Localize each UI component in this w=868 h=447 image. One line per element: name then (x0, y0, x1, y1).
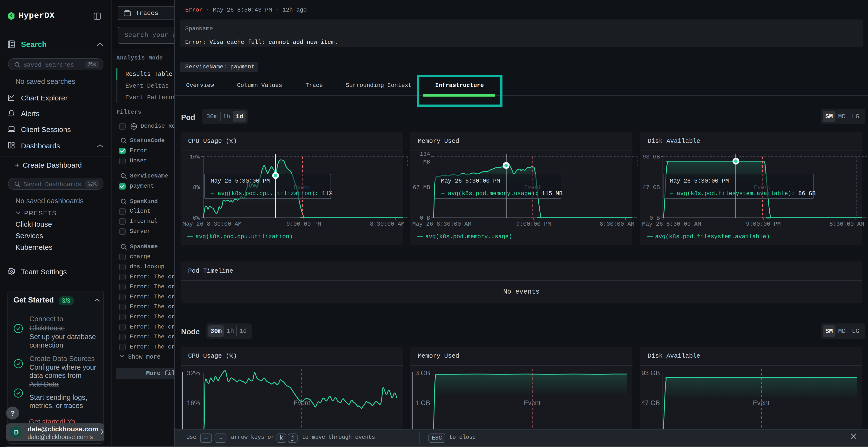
svg-text:93 GB: 93 GB (641, 370, 660, 377)
svg-text:47 GB: 47 GB (641, 399, 660, 407)
svg-text:1 GB: 1 GB (415, 399, 430, 407)
svg-text:3 GB: 3 GB (415, 370, 430, 377)
svg-text:32%: 32% (187, 370, 200, 377)
svg-text:16%: 16% (187, 399, 200, 407)
